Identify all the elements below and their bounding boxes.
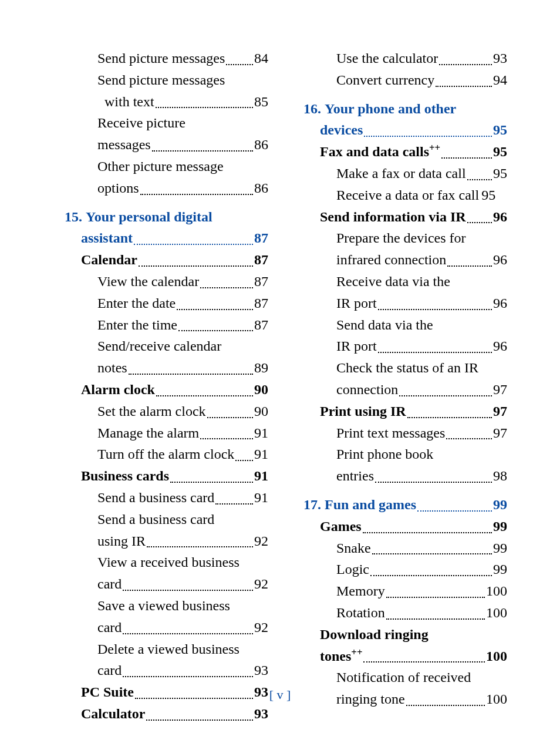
toc-page-number: 96 — [493, 293, 507, 314]
toc-group: Send picture messages84Send picture mess… — [65, 48, 268, 199]
toc-entry[interactable]: connection97 — [303, 379, 507, 400]
toc-label: Print phone book — [336, 444, 433, 465]
toc-entry[interactable]: messages86 — [65, 135, 268, 155]
leader-dots — [139, 265, 253, 267]
toc-entry[interactable]: card92 — [65, 617, 268, 638]
toc-entry[interactable]: Memory100 — [303, 581, 507, 601]
toc-entry[interactable]: tones++100 — [303, 646, 507, 667]
leader-dots — [235, 460, 253, 461]
toc-label: Check the status of an IR — [336, 358, 478, 378]
toc-label: Delete a viewed business — [97, 639, 239, 660]
toc-label: Other picture message — [97, 156, 224, 177]
toc-page-number: 95 — [493, 120, 507, 140]
toc-label: IR port — [336, 336, 377, 357]
toc-entry[interactable]: Manage the alarm91 — [65, 423, 268, 443]
toc-entry[interactable]: assistant87 — [65, 228, 268, 248]
leader-dots — [467, 222, 492, 223]
toc-group: 16.Your phone and otherdevices95Fax and … — [303, 99, 507, 486]
toc-entry[interactable]: Enter the date87 — [65, 293, 268, 314]
toc-label: card — [97, 617, 122, 638]
toc-entry[interactable]: card92 — [65, 574, 268, 594]
toc-label: Alarm clock — [81, 379, 155, 400]
toc-label: tones++ — [320, 646, 362, 667]
leader-dots — [386, 597, 485, 598]
toc-entry[interactable]: Business cards91 — [65, 466, 268, 486]
toc-entry-continuation: 16.Your phone and other — [303, 99, 507, 119]
leader-dots — [406, 705, 485, 706]
toc-label: Logic — [336, 559, 369, 580]
leader-dots — [467, 179, 492, 180]
toc-label: Turn off the alarm clock — [97, 444, 234, 465]
toc-entry[interactable]: using IR92 — [65, 531, 268, 552]
leader-dots — [129, 374, 253, 375]
toc-label: Print using IR — [320, 401, 406, 422]
toc-entry[interactable]: Send information via IR96 — [303, 207, 507, 227]
toc-entry[interactable]: Make a fax or data call95 — [303, 163, 507, 184]
toc-entry-continuation: Check the status of an IR — [303, 358, 507, 378]
toc-page-number: 87 — [254, 250, 268, 270]
leader-dots — [378, 309, 492, 310]
toc-entry[interactable]: Snake99 — [303, 538, 507, 559]
leader-dots — [170, 482, 253, 483]
toc-entry[interactable]: Convert currency94 — [303, 70, 507, 90]
leader-dots — [363, 661, 485, 663]
toc-page-number: 90 — [254, 401, 268, 422]
toc-label: entries — [336, 466, 374, 486]
chapter-number: 17. — [303, 495, 325, 515]
toc-entry[interactable]: Turn off the alarm clock91 — [65, 444, 268, 465]
toc-entry[interactable]: IR port96 — [303, 336, 507, 357]
leader-dots — [123, 590, 253, 591]
toc-page-number: 99 — [493, 495, 507, 515]
toc-label: Receive picture — [97, 113, 185, 133]
toc-entry[interactable]: Games99 — [303, 516, 507, 537]
toc-entry[interactable]: 17.Fun and games99 — [303, 495, 507, 515]
toc-entry-continuation: Prepare the devices for — [303, 228, 507, 248]
toc-entry[interactable]: devices95 — [303, 120, 507, 140]
toc-entry[interactable]: options86 — [65, 178, 268, 199]
toc-entry[interactable]: Receive a data or fax call95 — [303, 185, 507, 206]
toc-page-number: 95 — [493, 142, 507, 162]
toc-page-number: 87 — [254, 271, 268, 292]
toc-entry[interactable]: Print using IR97 — [303, 401, 507, 422]
toc-label: Receive a data or fax call — [336, 185, 479, 206]
toc-entry[interactable]: Set the alarm clock90 — [65, 401, 268, 422]
toc-label: Memory — [336, 581, 385, 601]
toc-page-number: 100 — [486, 603, 507, 623]
toc-entry[interactable]: notes89 — [65, 358, 268, 378]
toc-entry[interactable]: Fax and data calls++95 — [303, 142, 507, 162]
toc-entry[interactable]: View the calendar87 — [65, 271, 268, 292]
toc-entry[interactable]: card93 — [65, 660, 268, 681]
toc-entry[interactable]: Enter the time87 — [65, 315, 268, 335]
leader-dots — [156, 395, 253, 396]
toc-entry[interactable]: Use the calculator93 — [303, 48, 507, 69]
toc-entry[interactable]: Send a business card91 — [65, 487, 268, 508]
toc-page-number: 93 — [493, 48, 507, 69]
toc-page-number: 95 — [493, 163, 507, 184]
toc-entry[interactable]: Alarm clock90 — [65, 379, 268, 400]
leader-dots — [375, 482, 492, 483]
toc-entry[interactable]: with text85 — [65, 92, 268, 112]
toc-entry[interactable]: IR port96 — [303, 293, 507, 314]
toc-label: Send data via the — [336, 315, 433, 335]
toc-entry-continuation: Download ringing — [303, 624, 507, 645]
toc-label: using IR — [97, 531, 146, 552]
toc-label: with text — [104, 92, 154, 112]
toc-page-number: 99 — [493, 538, 507, 559]
toc-entry[interactable]: Rotation100 — [303, 603, 507, 623]
toc-entry[interactable]: Calendar87 — [65, 250, 268, 270]
toc-entry[interactable]: infrared connection96 — [303, 250, 507, 270]
toc-entry[interactable]: Send picture messages84 — [65, 48, 268, 69]
leader-dots — [156, 107, 253, 108]
leader-dots — [446, 438, 492, 439]
leader-dots — [436, 86, 492, 87]
toc-page-number: 91 — [254, 423, 268, 443]
toc-entry[interactable]: Logic99 — [303, 559, 507, 580]
toc-entry[interactable]: entries98 — [303, 466, 507, 486]
toc-label: assistant — [81, 228, 133, 248]
leader-dots — [363, 532, 492, 533]
toc-entry-continuation: Send/receive calendar — [65, 336, 268, 357]
chapter-number: 15. — [65, 207, 86, 227]
toc-entry[interactable]: Print text messages97 — [303, 423, 507, 443]
toc-entry[interactable]: Calculator93 — [65, 704, 268, 724]
toc-page-number: 96 — [493, 207, 507, 227]
